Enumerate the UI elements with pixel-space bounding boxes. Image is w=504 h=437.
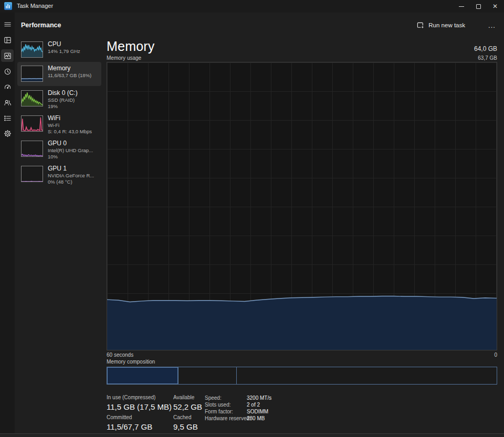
composition-segment-in-use <box>107 367 178 384</box>
kv-label-hw-reserved: Hardware reserved: <box>205 415 251 421</box>
minimize-button[interactable] <box>453 0 470 13</box>
stat-label-cached: Cached <box>173 414 191 420</box>
sidebar-item-gpu1[interactable]: GPU 1 NVIDIA GeForce R... 0% (48 °C) <box>17 162 101 186</box>
window-title: Task Manager <box>17 3 53 9</box>
x-axis-right-label: 0 <box>494 352 497 358</box>
sidebar-item-sub2: 10% <box>48 154 58 159</box>
task-manager-app-icon <box>4 2 12 10</box>
nav-processes[interactable] <box>1 34 14 46</box>
detail-title: Memory <box>107 39 154 54</box>
cpu-mini-graph <box>21 41 43 58</box>
nav-performance[interactable] <box>1 49 14 62</box>
window-bottom-strip <box>0 434 504 437</box>
nav-users[interactable] <box>1 96 14 109</box>
sidebar-item-title: CPU <box>48 40 61 48</box>
sidebar-item-sub2: 0% (48 °C) <box>48 179 72 185</box>
new-window-plus-icon <box>417 22 425 29</box>
sidebar-item-sub: Intel(R) UHD Grap... <box>48 147 93 153</box>
memory-usage-area <box>107 62 497 350</box>
gpu1-mini-graph <box>21 166 43 182</box>
memory-mini-graph <box>21 66 43 82</box>
stat-value-available: 52,2 GB <box>173 402 202 411</box>
stat-value-in-use: 11,5 GB (17,5 MB) <box>107 402 172 411</box>
stat-label-in-use: In use (Compressed) <box>107 395 155 400</box>
stat-value-cached: 9,5 GB <box>173 422 198 431</box>
users-icon <box>4 99 12 106</box>
maximize-button[interactable] <box>469 0 487 13</box>
history-clock-icon <box>4 68 12 76</box>
disk-mini-graph <box>21 90 43 106</box>
sidebar-item-sub: 14% 1,79 GHz <box>48 48 80 54</box>
ellipsis-icon: ... <box>488 22 496 29</box>
sidebar-item-title: Memory <box>48 65 70 72</box>
memory-composition-label: Memory composition <box>107 359 155 365</box>
navigation-rail <box>0 13 15 437</box>
close-icon: ✕ <box>492 3 498 9</box>
nav-menu-button[interactable] <box>1 18 14 30</box>
kv-label-speed: Speed: <box>205 395 222 401</box>
sidebar-item-title: GPU 1 <box>48 165 67 172</box>
sidebar-item-sub: Wi-Fi <box>48 122 59 128</box>
total-memory-value: 64,0 GB <box>474 45 497 52</box>
sidebar-item-memory[interactable]: Memory 11,6/63,7 GB (18%) <box>17 62 101 86</box>
startup-gauge-icon <box>4 83 12 91</box>
nav-services[interactable] <box>1 127 14 140</box>
nav-app-history[interactable] <box>1 65 14 78</box>
run-new-task-button[interactable]: Run new task <box>413 19 469 31</box>
sidebar-item-cpu[interactable]: CPU 14% 1,79 GHz <box>17 38 101 62</box>
sidebar-item-sub2: S: 0,4 R: 43,0 Mbps <box>48 129 92 134</box>
memory-composition-bar <box>107 367 497 385</box>
memory-usage-graph <box>107 62 497 350</box>
page-title: Performance <box>21 22 61 29</box>
kv-label-form-factor: Form factor: <box>205 409 233 414</box>
title-bar: Task Manager ✕ <box>0 0 504 13</box>
close-button[interactable]: ✕ <box>486 0 504 13</box>
composition-segment-modified-standby <box>178 367 236 384</box>
sidebar-item-gpu0[interactable]: GPU 0 Intel(R) UHD Grap... 10% <box>17 137 101 161</box>
kv-value-speed: 3200 MT/s <box>247 395 271 401</box>
sidebar-item-wifi[interactable]: WiFi Wi-Fi S: 0,4 R: 43,0 Mbps <box>17 112 101 136</box>
kv-value-form-factor: SODIMM <box>247 409 268 414</box>
maximize-icon <box>476 4 481 9</box>
stat-label-committed: Committed <box>107 414 132 420</box>
x-axis-left-label: 60 seconds <box>107 352 133 358</box>
nav-startup-apps[interactable] <box>1 80 14 93</box>
wifi-mini-graph <box>21 115 43 132</box>
kv-value-slots: 2 of 2 <box>247 402 260 408</box>
sidebar-item-sub2: 19% <box>48 103 58 109</box>
sidebar-item-title: WiFi <box>48 114 60 122</box>
gpu0-mini-graph <box>21 141 43 157</box>
services-gear-icon <box>4 130 12 137</box>
stat-value-committed: 11,5/67,7 GB <box>107 422 152 431</box>
memory-usage-label: Memory usage <box>107 55 141 61</box>
sidebar-item-disk0[interactable]: Disk 0 (C:) SSD (RAID) 19% <box>17 87 101 111</box>
run-new-task-label: Run new task <box>428 22 465 28</box>
details-list-icon <box>4 114 12 122</box>
hamburger-icon <box>4 20 12 28</box>
kv-value-hw-reserved: 280 MB <box>247 415 265 421</box>
sidebar-item-sub: NVIDIA GeForce R... <box>48 173 94 178</box>
sidebar-item-sub: 11,6/63,7 GB (18%) <box>48 72 91 78</box>
minimize-icon <box>459 6 464 7</box>
performance-chart-icon <box>4 52 12 60</box>
composition-segment-free <box>236 367 497 384</box>
processes-icon <box>4 36 12 44</box>
more-options-button[interactable]: ... <box>484 19 500 31</box>
stat-label-available: Available <box>173 395 194 400</box>
sidebar-item-title: GPU 0 <box>48 140 67 147</box>
graph-scale-max: 63,7 GB <box>478 55 497 61</box>
kv-label-slots: Slots used: <box>205 402 230 408</box>
sidebar-item-title: Disk 0 (C:) <box>48 89 78 97</box>
sidebar-item-sub: SSD (RAID) <box>48 97 75 103</box>
nav-details[interactable] <box>1 112 14 124</box>
